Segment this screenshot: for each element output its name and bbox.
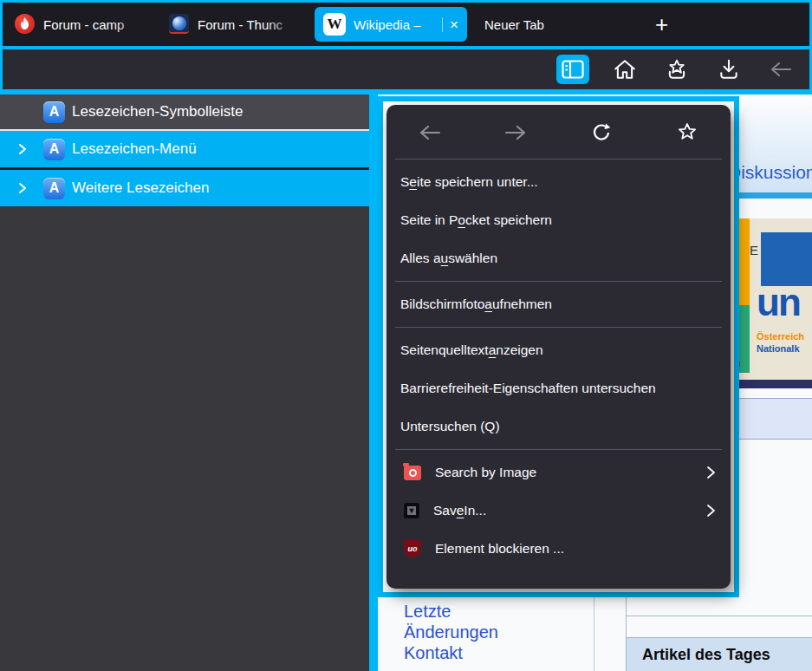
expand-chevron-icon[interactable]	[16, 142, 29, 156]
bookmark-star-icon[interactable]	[676, 121, 698, 144]
main-area: A Lesezeichen-Symbolleiste A Lesezeichen…	[0, 94, 812, 671]
banner-big-text: un	[757, 281, 800, 324]
downloads-button[interactable]	[712, 55, 745, 84]
bookmarks-sidebar: A Lesezeichen-Symbolleiste A Lesezeichen…	[0, 94, 369, 671]
flame-icon	[15, 14, 36, 35]
sidebar-item-label: Lesezeichen-Menü	[72, 140, 197, 158]
sidebar-item-lesezeichen-symbolleiste[interactable]: A Lesezeichen-Symbolleiste	[0, 94, 369, 131]
menu-item-barrierefreiheit[interactable]: Barrierefreiheit-Eigenschaften untersuch…	[387, 369, 731, 407]
sidebar-icon	[562, 60, 584, 79]
tab-label: Wikipedia –	[354, 17, 421, 32]
star-tray-icon	[666, 58, 688, 81]
home-button[interactable]	[608, 55, 641, 84]
menu-item-seite-speichern[interactable]: Seite speichern unter...	[387, 163, 731, 201]
wikipedia-icon: W	[323, 13, 346, 36]
save-in-icon: ▼	[404, 503, 419, 518]
menu-item-bildschirmfoto[interactable]: Bildschirmfoto aufnehmen	[387, 285, 731, 323]
bookmarks-button[interactable]	[660, 55, 693, 84]
back-arrow-icon[interactable]	[417, 123, 443, 142]
bookmark-folder-icon: A	[43, 101, 65, 123]
tab-label: Neuer Tab	[484, 17, 544, 32]
wiki-link-letzte-aenderungen[interactable]: Letzte Änderungen	[404, 601, 510, 642]
tab-forum-thunderbird[interactable]: Forum - Thunc	[160, 7, 308, 42]
menu-item-element-blockieren[interactable]: uo Element blockieren ...	[387, 530, 731, 568]
tab-label: Forum - camp	[43, 17, 124, 32]
download-icon	[718, 58, 740, 81]
tab-wikipedia[interactable]: W Wikipedia – ×	[315, 7, 467, 42]
menu-separator	[395, 327, 722, 328]
menu-item-seitenquelltext[interactable]: Seitenquelltext anzeigen	[387, 331, 731, 369]
menu-separator	[395, 281, 722, 282]
close-tab-icon[interactable]: ×	[442, 17, 458, 32]
bookmark-folder-icon: A	[43, 139, 65, 160]
navigation-toolbar	[0, 49, 812, 94]
menu-item-pocket-speichern[interactable]: Seite in Pocket speichern	[387, 201, 731, 239]
menu-item-alles-auswaehlen[interactable]: Alles auswählen	[387, 239, 731, 277]
artikel-des-tages-header: Artikel des Tages	[626, 637, 812, 671]
back-button[interactable]	[764, 55, 797, 84]
context-menu-nav-row	[387, 110, 731, 155]
wiki-diskussion-link[interactable]: Diskussion	[728, 162, 812, 183]
submenu-chevron-icon	[703, 465, 718, 480]
banner-orange-stripe	[737, 218, 750, 305]
sidebar-item-label: Weitere Lesezeichen	[72, 179, 209, 197]
tab-neuer-tab[interactable]: Neuer Tab	[476, 7, 619, 42]
sidebar-item-lesezeichen-menu[interactable]: A Lesezeichen-Menü	[0, 131, 369, 167]
sidebar-item-label: Lesezeichen-Symbolleiste	[72, 103, 244, 121]
sidebar-toggle-button[interactable]	[556, 55, 589, 84]
sidebar-item-weitere-lesezeichen[interactable]: A Weitere Lesezeichen	[0, 170, 369, 206]
menu-item-save-in[interactable]: ▼ Save In...	[387, 492, 731, 530]
banner-blue-square	[761, 232, 812, 286]
banner-line1: Österreich	[757, 331, 804, 342]
expand-chevron-icon[interactable]	[16, 181, 29, 195]
menu-separator	[395, 449, 722, 450]
context-menu: Seite speichern unter... Seite in Pocket…	[387, 105, 731, 589]
sidebar-splitter[interactable]	[369, 94, 378, 671]
menu-separator	[395, 159, 722, 160]
back-arrow-icon	[769, 60, 793, 79]
browser-window: Forum - camp Forum - Thunc W Wikipedia –…	[0, 0, 812, 671]
new-tab-button[interactable]: +	[643, 11, 680, 38]
menu-item-search-by-image[interactable]: Search by Image	[387, 453, 731, 492]
bookmark-folder-icon: A	[43, 178, 65, 199]
tab-forum-camp[interactable]: Forum - camp	[6, 7, 155, 42]
context-menu-highlight-box: Seite speichern unter... Seite in Pocket…	[378, 96, 739, 597]
thunderbird-icon	[169, 14, 190, 35]
page-content: Diskussion E un Österreich Nationalk lm …	[378, 94, 812, 671]
tab-bar: Forum - camp Forum - Thunc W Wikipedia –…	[0, 0, 812, 49]
forward-arrow-icon[interactable]	[503, 123, 529, 142]
submenu-chevron-icon	[703, 503, 718, 518]
reload-icon[interactable]	[590, 121, 613, 144]
home-icon	[614, 59, 636, 80]
banner-line2: Nationalk	[757, 343, 800, 354]
wiki-link-kontakt[interactable]: Kontakt	[404, 642, 463, 663]
menu-item-untersuchen[interactable]: Untersuchen (Q)	[387, 407, 731, 446]
camera-icon	[404, 466, 421, 480]
banner-letter: E	[750, 243, 758, 257]
ublock-shield-icon: uo	[404, 540, 421, 557]
wiki-box-bottom-border	[626, 616, 812, 616]
